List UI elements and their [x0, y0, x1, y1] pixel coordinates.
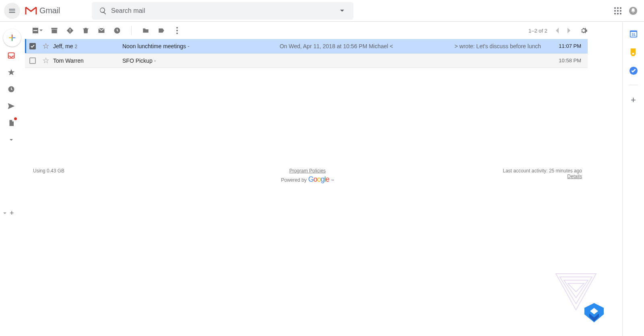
row-subject: Noon lunchtime meetings [122, 43, 186, 49]
notification-dot-icon [14, 117, 17, 120]
row-checkbox[interactable] [25, 43, 40, 49]
apps-grid-icon [614, 7, 621, 14]
last-activity: Last account activity: 25 minutes ago [503, 168, 582, 174]
row-sender: Jeff, me2 [52, 43, 122, 49]
page-range: 1–2 of 2 [528, 28, 547, 34]
search-bar[interactable] [92, 2, 353, 20]
select-box-icon [32, 27, 39, 34]
svg-point-0 [614, 7, 616, 9]
program-policies-link[interactable]: Program Policies [289, 168, 326, 174]
hangouts-controls: + [3, 209, 14, 217]
nav-snoozed[interactable] [6, 84, 16, 94]
inbox-icon [7, 51, 15, 59]
side-add-button[interactable]: + [631, 95, 636, 105]
row-snippet: On Wed, Apr 11, 2018 at 10:56 PM Michael… [280, 43, 393, 49]
row-star[interactable] [40, 57, 52, 64]
snooze-button[interactable] [113, 27, 121, 35]
chevron-down-icon [8, 137, 14, 143]
row-time: 11:07 PM [549, 43, 581, 49]
folder-icon [142, 27, 150, 34]
row-star[interactable] [40, 43, 52, 50]
side-tasks[interactable] [629, 66, 638, 75]
action-toolbar: 1–2 of 2 [25, 22, 588, 39]
svg-rect-12 [9, 37, 12, 38]
mail-icon [97, 27, 105, 35]
spam-icon [66, 27, 74, 35]
svg-point-22 [176, 30, 178, 31]
svg-point-7 [617, 13, 619, 14]
side-keep[interactable] [629, 48, 638, 57]
label-icon [157, 27, 165, 34]
more-vert-icon [176, 27, 178, 34]
next-page-button[interactable] [567, 28, 571, 33]
hamburger-icon [8, 7, 16, 15]
footer: Using 0.43 GB Program Policies Powered b… [33, 168, 582, 179]
nav-more[interactable] [6, 135, 16, 145]
watermark-badge-icon [583, 301, 605, 324]
toolbar-separator [131, 26, 132, 35]
star-outline-icon [42, 57, 50, 64]
svg-point-6 [614, 13, 616, 14]
new-hangout-button[interactable]: + [10, 209, 14, 217]
email-row[interactable]: Tom Warren SFO Pickup- 10:58 PM [25, 53, 588, 68]
svg-point-2 [620, 7, 621, 9]
svg-point-3 [614, 10, 616, 12]
details-link[interactable]: Details [567, 174, 582, 179]
select-dropdown[interactable] [32, 27, 43, 34]
left-nav-rail [0, 51, 23, 145]
compose-button[interactable] [3, 29, 21, 47]
plus-icon [7, 33, 17, 43]
prev-page-button[interactable] [555, 28, 559, 33]
google-apps-button[interactable] [614, 7, 621, 14]
settings-button[interactable] [580, 27, 588, 35]
main-menu-button[interactable] [4, 3, 20, 19]
caret-down-icon[interactable] [3, 212, 6, 215]
powered-by-label: Powered by [281, 177, 306, 183]
more-button[interactable] [173, 27, 181, 35]
clock-icon [7, 85, 15, 93]
star-outline-icon [42, 43, 50, 50]
keep-icon [629, 48, 637, 57]
nav-starred[interactable] [6, 68, 16, 77]
row-time: 10:58 PM [549, 57, 581, 64]
app-name: Gmail [39, 6, 60, 15]
notifications-button[interactable] [629, 6, 638, 15]
nav-sent[interactable] [6, 101, 16, 111]
nav-inbox[interactable] [6, 51, 16, 60]
svg-rect-11 [12, 38, 12, 41]
gear-icon [580, 27, 588, 35]
search-options-dropdown[interactable] [334, 9, 350, 13]
search-input[interactable] [111, 7, 334, 14]
caret-down-icon [39, 29, 43, 32]
gmail-logo: Gmail [25, 6, 60, 15]
row-checkbox[interactable] [25, 57, 40, 64]
row-sender: Tom Warren [52, 57, 122, 64]
file-icon [8, 119, 15, 127]
move-to-button[interactable] [142, 27, 150, 35]
report-spam-button[interactable] [66, 27, 74, 35]
archive-button[interactable] [50, 27, 58, 35]
send-icon [7, 102, 15, 110]
delete-button[interactable] [82, 27, 90, 35]
star-icon [7, 68, 15, 76]
svg-point-4 [617, 10, 619, 12]
search-icon [95, 7, 111, 15]
google-logo: Google [308, 175, 329, 184]
svg-point-21 [176, 27, 178, 29]
nav-drafts[interactable] [6, 118, 16, 128]
calendar-icon: 31 [629, 29, 638, 38]
mark-unread-button[interactable] [97, 27, 105, 35]
side-calendar[interactable]: 31 [629, 29, 638, 38]
row-snippet2: > wrote: Let's discuss before lunch [393, 43, 549, 49]
svg-rect-18 [70, 29, 70, 31]
labels-button[interactable] [157, 27, 165, 35]
bell-icon [629, 6, 638, 15]
svg-point-1 [617, 7, 619, 9]
row-content: Noon lunchtime meetings- On Wed, Apr 11,… [122, 43, 549, 49]
email-list: Jeff, me2 Noon lunchtime meetings- On We… [25, 39, 588, 68]
email-row[interactable]: Jeff, me2 Noon lunchtime meetings- On We… [25, 39, 588, 53]
svg-rect-10 [12, 35, 12, 37]
svg-text:31: 31 [631, 33, 635, 37]
row-content: SFO Pickup- [122, 57, 549, 64]
svg-rect-13 [12, 37, 15, 38]
